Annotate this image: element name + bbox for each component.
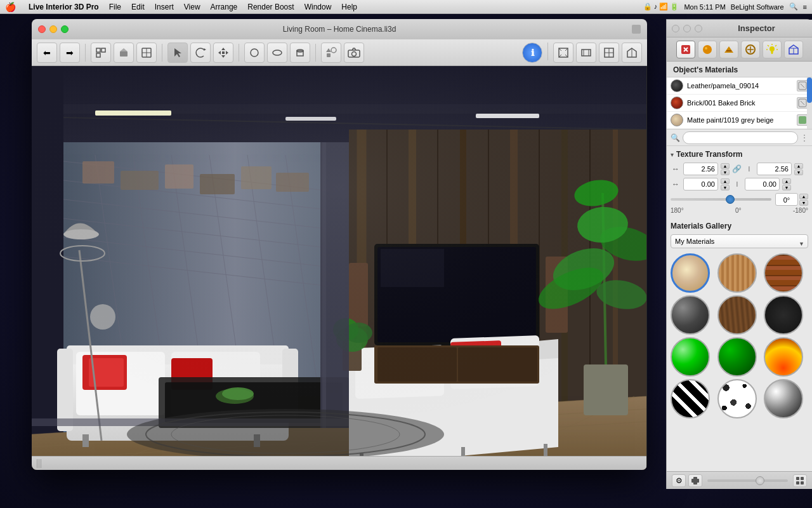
bottom-handle[interactable]	[37, 459, 42, 468]
menu-window[interactable]: Window	[304, 3, 332, 11]
minimize-button[interactable]	[49, 25, 57, 33]
viewport[interactable]	[32, 66, 646, 470]
svg-point-21	[331, 48, 336, 53]
scale-x-input[interactable]	[683, 163, 718, 175]
gallery-item-wood-dark[interactable]	[717, 295, 757, 335]
material-search-input[interactable]	[683, 131, 798, 144]
inspector-panel: Inspector Object's Materials Leather/pam…	[666, 19, 812, 489]
scale-y-input[interactable]	[757, 163, 792, 175]
offset-y-input[interactable]	[745, 178, 780, 190]
info-btn[interactable]: ℹ	[522, 43, 542, 63]
offset-x-icon: ↔	[671, 180, 681, 189]
angle-stepper-btns: ▲ ▼	[799, 194, 808, 206]
gallery-item-fire[interactable]	[764, 337, 803, 377]
cylinder-btn[interactable]	[290, 43, 310, 63]
top-view-btn[interactable]	[599, 43, 619, 63]
gallery-settings-btn[interactable]: ⚙	[672, 474, 686, 487]
tab-materials[interactable]	[676, 41, 695, 58]
gallery-item-dark[interactable]	[764, 295, 803, 335]
scale-y-up[interactable]: ▲	[794, 163, 803, 169]
scale-x-down[interactable]: ▼	[721, 170, 730, 175]
material-item-paint[interactable]: Matte paint/1019 grey beige	[667, 112, 812, 129]
tab-color[interactable]	[741, 41, 760, 58]
rotation-slider-track[interactable]	[671, 198, 771, 201]
apple-menu[interactable]: 🍎	[5, 2, 16, 12]
inspector-maximize[interactable]	[695, 25, 702, 32]
object-library-btn[interactable]	[321, 43, 341, 63]
offset-x-down[interactable]: ▼	[721, 185, 730, 190]
nav-forward-btn[interactable]: ➡	[60, 43, 80, 63]
tab-room[interactable]	[784, 41, 803, 58]
search-menu-icon[interactable]: 🔍	[789, 3, 798, 11]
overview-btn[interactable]	[136, 43, 157, 63]
gallery-item-wood-light[interactable]	[717, 253, 757, 293]
scale-x-up[interactable]: ▲	[721, 163, 730, 169]
search-menu-dots[interactable]: ⋮	[801, 133, 808, 142]
camera-btn[interactable]	[344, 43, 364, 63]
gallery-item-cream[interactable]	[671, 253, 710, 293]
window-title: Living Room – Home Cinema.li3d	[283, 25, 396, 34]
tab-texture[interactable]	[719, 41, 738, 58]
gallery-item-dalmatian[interactable]	[717, 379, 757, 418]
offset-x-input[interactable]	[683, 178, 718, 190]
select-tool-btn[interactable]	[167, 43, 188, 63]
gallery-item-green-deep[interactable]	[717, 337, 757, 377]
menu-help[interactable]: Help	[341, 3, 357, 11]
menu-render[interactable]: Render Boost	[247, 3, 294, 11]
angle-down[interactable]: ▼	[799, 200, 808, 206]
material-name-brick: Brick/001 Baked Brick	[687, 99, 793, 107]
nav-back-btn[interactable]: ⬅	[37, 43, 57, 63]
materials-scrollbar-thumb[interactable]	[807, 77, 812, 103]
rotation-slider-thumb[interactable]	[726, 195, 735, 204]
svg-point-15	[251, 49, 258, 57]
maximize-button[interactable]	[61, 25, 69, 33]
offset-y-down[interactable]: ▼	[782, 185, 791, 190]
tab-lighting[interactable]	[763, 41, 782, 58]
sphere-btn[interactable]	[244, 43, 265, 63]
app-name[interactable]: Live Interior 3D Pro	[29, 3, 99, 11]
gallery-item-green-shiny[interactable]	[671, 337, 710, 377]
menu-arrange[interactable]: Arrange	[211, 3, 238, 11]
inspector-minimize[interactable]	[683, 25, 691, 32]
window-collapse-btn[interactable]	[632, 25, 641, 34]
link-proportional-icon[interactable]: 🔗	[732, 164, 742, 173]
3d-view-btn[interactable]	[114, 43, 134, 63]
offset-x-up[interactable]: ▲	[721, 178, 730, 184]
offset-y-up[interactable]: ▲	[782, 178, 791, 184]
gallery-item-metal[interactable]	[671, 295, 710, 335]
svg-line-156	[801, 84, 804, 88]
offset-y-icon: I	[732, 181, 742, 188]
menu-extra-icon[interactable]: ≡	[803, 3, 807, 11]
gallery-item-zebra[interactable]	[671, 379, 710, 418]
toolbar-separator-1	[85, 44, 86, 62]
gallery-view-btn[interactable]	[793, 474, 807, 487]
svg-rect-1	[102, 48, 105, 52]
material-item-brick[interactable]: Brick/001 Baked Brick	[667, 95, 812, 112]
material-name-paint: Matte paint/1019 grey beige	[687, 116, 793, 124]
elevation-btn[interactable]	[576, 43, 596, 63]
menu-insert[interactable]: Insert	[155, 3, 174, 11]
perspective-btn[interactable]	[553, 43, 573, 63]
menu-edit[interactable]: Edit	[131, 3, 145, 11]
floor-plan-btn[interactable]	[91, 43, 111, 63]
gallery-item-chrome[interactable]	[764, 379, 803, 418]
rotate-tool-btn[interactable]	[190, 43, 211, 63]
gallery-add-btn[interactable]	[688, 474, 702, 487]
gallery-size-thumb[interactable]	[756, 476, 764, 485]
inspector-close[interactable]	[672, 25, 679, 32]
tab-object[interactable]	[698, 41, 717, 58]
gallery-dropdown[interactable]: My Materials All Materials Recent	[671, 234, 808, 248]
material-item-leather[interactable]: Leather/pamela_09014	[667, 77, 812, 95]
menu-file[interactable]: File	[109, 3, 121, 11]
scale-y-down[interactable]: ▼	[794, 170, 803, 175]
angle-up[interactable]: ▲	[799, 194, 808, 199]
ring-btn[interactable]	[267, 43, 287, 63]
gallery-item-brick[interactable]	[764, 253, 803, 293]
menu-view[interactable]: View	[184, 3, 200, 11]
room-view-btn[interactable]	[622, 43, 642, 63]
gallery-size-slider[interactable]	[707, 479, 788, 482]
close-button[interactable]	[38, 25, 46, 33]
texture-transform-arrow[interactable]: ▾	[671, 151, 674, 158]
move-tool-btn[interactable]	[213, 43, 233, 63]
materials-scrollbar[interactable]	[807, 77, 812, 129]
